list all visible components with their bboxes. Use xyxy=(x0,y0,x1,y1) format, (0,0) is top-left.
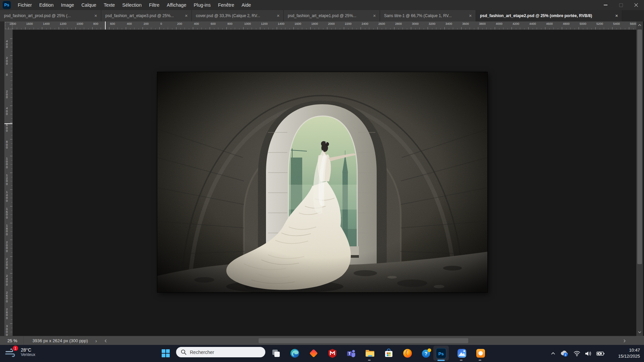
clock-time: 10:47 xyxy=(618,347,640,353)
vertical-scrollbar[interactable] xyxy=(636,21,643,336)
menu-texte[interactable]: Texte xyxy=(100,0,118,10)
menu-fenetre[interactable]: Fenêtre xyxy=(214,0,238,10)
ruler-tick xyxy=(537,27,537,29)
tab-label: psd_fashion_art_etape2.psd @ 25% (ombre … xyxy=(480,13,611,18)
onedrive-icon[interactable]: i xyxy=(560,350,569,357)
edge-browser-button[interactable] xyxy=(289,348,301,359)
microsoft-store-button[interactable] xyxy=(383,348,394,359)
ruler-tick: 2400 xyxy=(362,22,368,25)
menu-filtre[interactable]: Filtre xyxy=(145,0,163,10)
menu-plugins[interactable]: Plug-ins xyxy=(190,0,214,10)
tab-psd-fashion-art-etape2-active[interactable]: psd_fashion_art_etape2.psd @ 25% (ombre … xyxy=(476,10,622,21)
ruler-tick: 4600 xyxy=(546,22,553,25)
ruler-tick xyxy=(608,28,608,29)
horizontal-scroll-track[interactable] xyxy=(109,338,620,343)
close-tab-icon[interactable]: ✕ xyxy=(468,14,473,18)
close-tab-icon[interactable]: ✕ xyxy=(276,14,281,18)
ruler-tick xyxy=(10,223,12,223)
photoshop-taskbar-button[interactable]: Ps xyxy=(435,348,447,359)
ruler-tick xyxy=(143,27,143,29)
zoom-level-field[interactable]: 25 % xyxy=(0,336,24,345)
menu-affichage[interactable]: Affichage xyxy=(163,0,190,10)
games-app-button[interactable] xyxy=(308,348,319,359)
tray-chevron-up-icon[interactable] xyxy=(551,352,555,355)
tab-psd-fashion-art-etape3[interactable]: psd_fashion_art_etape3.psd @ 25%... ✕ xyxy=(101,10,192,21)
tab-label: psd_fashion_art_prod.psd @ 25% (... xyxy=(4,13,90,18)
ruler-tick xyxy=(553,27,554,29)
ruler-tick xyxy=(176,27,176,29)
photos-button[interactable] xyxy=(456,348,468,359)
ruler-tick xyxy=(10,47,12,47)
ruler-tick xyxy=(10,198,12,198)
tab-cover[interactable]: cover.psd @ 33,3% (Calque 2, RV... ✕ xyxy=(192,10,284,21)
restore-button[interactable] xyxy=(613,0,629,10)
minimize-button[interactable] xyxy=(598,0,613,10)
scroll-left-icon[interactable] xyxy=(103,336,109,345)
ruler-tick xyxy=(239,28,239,29)
file-explorer-button[interactable] xyxy=(364,348,376,359)
start-button[interactable] xyxy=(160,348,171,359)
close-tab-icon[interactable]: ✕ xyxy=(93,14,98,18)
get-help-button[interactable]: ? xyxy=(421,348,432,359)
ruler-tick xyxy=(394,27,394,29)
ruler-tick: 3400 xyxy=(445,22,452,25)
close-tab-icon[interactable]: ✕ xyxy=(614,14,619,18)
ruler-tick xyxy=(357,28,357,29)
ruler-tick xyxy=(533,28,533,29)
menu-calque[interactable]: Calque xyxy=(78,0,100,10)
ruler-tick xyxy=(440,28,441,29)
task-view-button[interactable] xyxy=(270,348,282,359)
ruler-tick xyxy=(507,28,508,29)
ruler-tick xyxy=(432,28,432,29)
ruler-tick xyxy=(184,27,185,29)
tab-psd-fashion-art-prod[interactable]: psd_fashion_art_prod.psd @ 25% (... ✕ xyxy=(0,10,101,21)
horizontal-ruler[interactable]: 1800160014001200100080060040020002004006… xyxy=(4,21,636,30)
volume-icon[interactable] xyxy=(585,351,592,356)
ruler-tick xyxy=(10,97,12,98)
battery-icon[interactable] xyxy=(596,351,604,356)
menu-edition[interactable]: Edition xyxy=(36,0,57,10)
notification-badge: 1 xyxy=(12,345,19,352)
close-button[interactable] xyxy=(629,0,644,10)
ruler-tick: 2800 xyxy=(395,22,402,25)
ruler-tick xyxy=(277,27,277,29)
scroll-down-icon[interactable] xyxy=(636,328,643,336)
photoshop-app-icon[interactable]: Ps xyxy=(3,1,11,9)
search-placeholder: Rechercher xyxy=(190,350,214,355)
vertical-scroll-thumb[interactable] xyxy=(637,29,642,264)
canvas-pasteboard[interactable] xyxy=(12,29,636,336)
menu-fichier[interactable]: Fichier xyxy=(14,0,36,10)
scroll-up-icon[interactable] xyxy=(636,21,643,29)
teams-button[interactable]: T xyxy=(345,348,357,359)
ruler-tick xyxy=(11,278,12,278)
vertical-ruler[interactable]: 4 0 02 0 002 0 04 0 06 0 08 0 01 0 0 01 … xyxy=(4,29,13,336)
ruler-tick xyxy=(558,28,558,29)
wifi-icon[interactable] xyxy=(574,351,580,356)
ruler-tick xyxy=(134,27,135,29)
close-tab-icon[interactable]: ✕ xyxy=(184,14,189,18)
firefox-button[interactable] xyxy=(402,348,413,359)
ruler-tick xyxy=(38,28,38,29)
menu-selection[interactable]: Sélection xyxy=(119,0,146,10)
tab-psd-fashion-art-etape1[interactable]: psd_fashion_art_etape1.psd @ 25%... ✕ xyxy=(284,10,380,21)
scroll-right-icon[interactable] xyxy=(622,336,628,345)
ruler-tick: 800 xyxy=(227,22,232,25)
ruler-tick xyxy=(11,76,12,77)
menu-aide[interactable]: Aide xyxy=(238,0,255,10)
screen-capture-button[interactable] xyxy=(475,348,486,359)
horizontal-scroll-thumb[interactable] xyxy=(259,338,468,343)
mcafee-button[interactable] xyxy=(327,348,338,359)
tab-sans-titre-1[interactable]: Sans titre-1 @ 66,7% (Calque 1, RV... ✕ xyxy=(380,10,476,21)
ruler-tick: 2200 xyxy=(345,22,352,25)
status-flyout-chevron-icon[interactable]: › xyxy=(93,338,100,344)
ruler-origin-box[interactable] xyxy=(5,22,12,29)
taskbar-clock[interactable]: 10:47 15/12/2025 xyxy=(618,347,640,359)
close-tab-icon[interactable]: ✕ xyxy=(372,14,377,18)
ruler-tick: 1400 xyxy=(278,22,284,25)
ruler-tick xyxy=(10,173,12,173)
menu-image[interactable]: Image xyxy=(57,0,78,10)
search-input[interactable]: Rechercher xyxy=(176,347,265,357)
ruler-tick xyxy=(10,114,12,114)
ruler-tick xyxy=(25,27,25,29)
weather-widget[interactable]: 1 28°C Venteux xyxy=(5,346,35,358)
